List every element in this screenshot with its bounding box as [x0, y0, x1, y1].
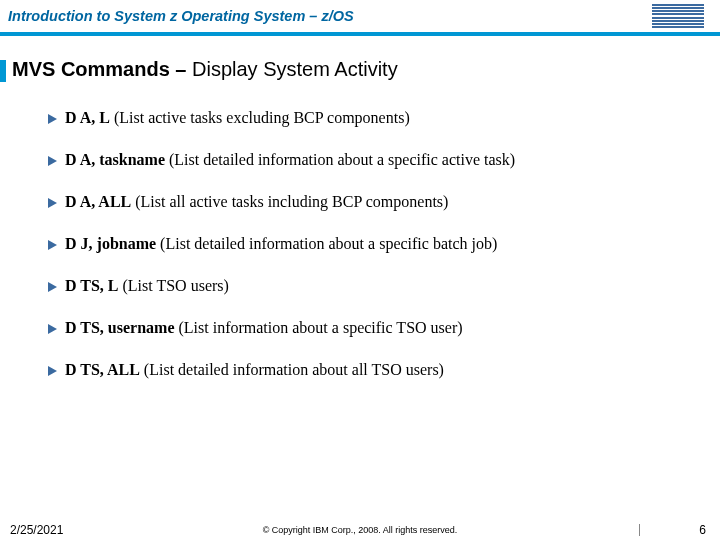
bullet-list: D A, L (List active tasks excluding BCP …	[48, 109, 720, 379]
arrow-icon	[48, 198, 57, 208]
list-item: D TS, username (List information about a…	[48, 319, 720, 337]
arrow-icon	[48, 282, 57, 292]
description-text: (List detailed information about all TSO…	[140, 361, 444, 378]
description-text: (List information about a specific TSO u…	[175, 319, 463, 336]
command-text: D TS, username	[65, 319, 175, 336]
command-text: D TS, ALL	[65, 361, 140, 378]
bullet-text: D J, jobname (List detailed information …	[65, 235, 497, 253]
title-normal: Display System Activity	[192, 58, 398, 80]
slide-header: Introduction to System z Operating Syste…	[0, 0, 720, 36]
description-text: (List TSO users)	[119, 277, 229, 294]
footer-date: 2/25/2021	[10, 523, 63, 537]
bullet-text: D A, ALL (List all active tasks includin…	[65, 193, 448, 211]
command-text: D A, L	[65, 109, 110, 126]
arrow-icon	[48, 114, 57, 124]
arrow-icon	[48, 240, 57, 250]
list-item: D TS, ALL (List detailed information abo…	[48, 361, 720, 379]
footer-separator	[639, 524, 640, 536]
footer-page-number: 6	[699, 523, 706, 537]
bullet-text: D TS, username (List information about a…	[65, 319, 463, 337]
list-item: D A, ALL (List all active tasks includin…	[48, 193, 720, 211]
title-bold: MVS Commands –	[12, 58, 192, 80]
list-item: D A, taskname (List detailed information…	[48, 151, 720, 169]
arrow-icon	[48, 324, 57, 334]
bullet-text: D TS, L (List TSO users)	[65, 277, 229, 295]
arrow-icon	[48, 156, 57, 166]
footer-copyright: © Copyright IBM Corp., 2008. All rights …	[263, 525, 458, 535]
description-text: (List detailed information about a speci…	[165, 151, 515, 168]
list-item: D TS, L (List TSO users)	[48, 277, 720, 295]
description-text: (List detailed information about a speci…	[156, 235, 497, 252]
command-text: D J, jobname	[65, 235, 156, 252]
header-title: Introduction to System z Operating Syste…	[8, 8, 652, 24]
command-text: D A, taskname	[65, 151, 165, 168]
bullet-text: D A, taskname (List detailed information…	[65, 151, 515, 169]
description-text: (List active tasks excluding BCP compone…	[110, 109, 410, 126]
command-text: D A, ALL	[65, 193, 131, 210]
bullet-text: D A, L (List active tasks excluding BCP …	[65, 109, 410, 127]
list-item: D A, L (List active tasks excluding BCP …	[48, 109, 720, 127]
bullet-text: D TS, ALL (List detailed information abo…	[65, 361, 444, 379]
command-text: D TS, L	[65, 277, 119, 294]
page-title: MVS Commands – Display System Activity	[0, 58, 720, 81]
description-text: (List all active tasks including BCP com…	[131, 193, 448, 210]
arrow-icon	[48, 366, 57, 376]
list-item: D J, jobname (List detailed information …	[48, 235, 720, 253]
ibm-logo-icon	[652, 4, 704, 28]
